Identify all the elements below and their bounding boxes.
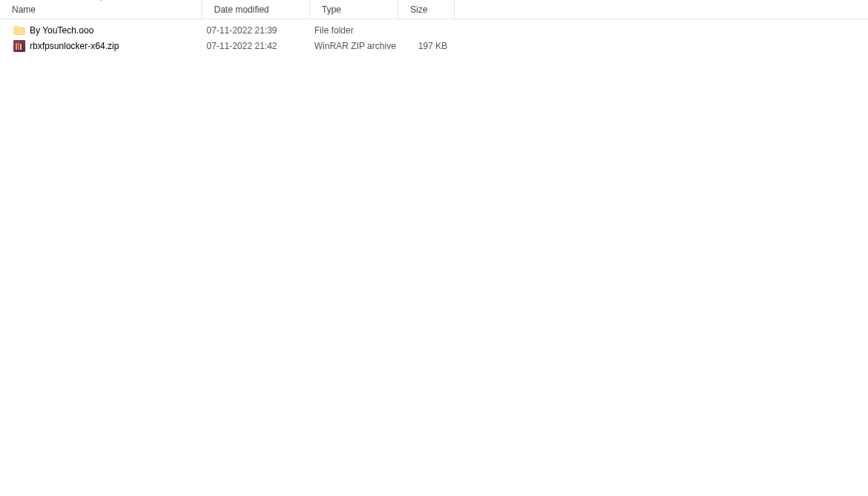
column-header-type[interactable]: Type	[310, 0, 398, 19]
file-name: rbxfpsunlocker-x64.zip	[30, 41, 119, 51]
column-headers: Name ˄ Date modified Type Size	[0, 0, 868, 19]
cell-type: File folder	[310, 22, 398, 38]
file-list: By YouTech.ooo 07-11-2022 21:39 File fol…	[0, 19, 868, 53]
cell-name: rbxfpsunlocker-x64.zip	[0, 38, 202, 53]
cell-date: 07-11-2022 21:42	[202, 38, 310, 53]
column-header-date-label: Date modified	[214, 4, 269, 15]
cell-type: WinRAR ZIP archive	[310, 38, 398, 53]
column-header-type-label: Type	[322, 4, 341, 15]
column-header-date[interactable]: Date modified	[202, 0, 310, 19]
list-item[interactable]: rbxfpsunlocker-x64.zip 07-11-2022 21:42 …	[0, 38, 868, 53]
cell-size: 197 KB	[398, 38, 455, 53]
sort-ascending-icon: ˄	[100, 0, 103, 5]
column-header-name-label: Name	[12, 4, 36, 15]
column-header-name[interactable]: Name ˄	[0, 0, 202, 19]
list-item[interactable]: By YouTech.ooo 07-11-2022 21:39 File fol…	[0, 22, 868, 38]
file-name: By YouTech.ooo	[30, 25, 94, 36]
cell-name: By YouTech.ooo	[0, 22, 202, 38]
column-header-size-label: Size	[410, 4, 427, 15]
column-header-size[interactable]: Size	[398, 0, 455, 19]
cell-size	[398, 22, 455, 38]
zip-archive-icon	[13, 40, 25, 52]
cell-date: 07-11-2022 21:39	[202, 22, 310, 38]
folder-icon	[13, 25, 25, 36]
